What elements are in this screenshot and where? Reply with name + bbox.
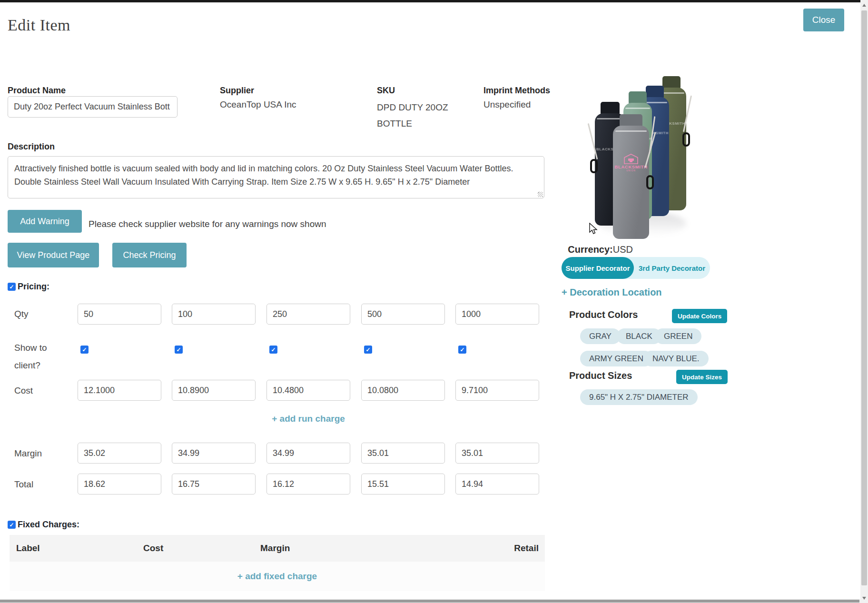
total-input[interactable] bbox=[78, 474, 161, 494]
color-chip: GRAY bbox=[580, 328, 621, 344]
margin-input[interactable] bbox=[455, 443, 539, 464]
show-to-client-checkbox[interactable]: ✓ bbox=[458, 346, 466, 354]
total-input[interactable] bbox=[172, 474, 256, 494]
scroll-up-arrow-icon[interactable] bbox=[862, 4, 866, 7]
show-to-client-checkbox[interactable]: ✓ bbox=[269, 346, 277, 354]
pricing-column: ✓ bbox=[172, 304, 256, 494]
color-chip: GREEN bbox=[655, 328, 701, 344]
size-chip: 9.65" H X 2.75" DIAMETER bbox=[580, 389, 698, 405]
qty-row-label: Qty bbox=[14, 309, 29, 319]
pricing-section-head: ✓ Pricing: bbox=[8, 282, 49, 292]
blacksmith-logo-emblem bbox=[624, 154, 638, 164]
pricing-column: ✓ bbox=[266, 304, 350, 494]
page-title: Edit Item bbox=[8, 16, 70, 34]
margin-row-label: Margin bbox=[14, 448, 42, 459]
fc-header-retail: Retail bbox=[514, 543, 539, 554]
total-input[interactable] bbox=[455, 474, 539, 494]
tab-3rd-party-decorator[interactable]: 3rd Party Decorator bbox=[634, 257, 710, 279]
check-pricing-button[interactable]: Check Pricing bbox=[112, 243, 187, 267]
currency-label: Currency: bbox=[568, 244, 612, 255]
description-field-wrap: Attractively finished bottle is vacuum s… bbox=[8, 156, 544, 198]
vertical-scrollbar[interactable] bbox=[860, 0, 868, 603]
add-run-charge-link[interactable]: + add run charge bbox=[78, 414, 539, 424]
color-chip: ARMY GREEN bbox=[580, 351, 652, 366]
supplier-label: Supplier bbox=[220, 86, 254, 96]
fixed-charges-checkbox[interactable]: ✓ bbox=[8, 521, 16, 529]
fc-header-cost: Cost bbox=[143, 543, 163, 554]
description-label: Description bbox=[8, 142, 55, 152]
show-to-client-checkbox[interactable]: ✓ bbox=[80, 346, 89, 354]
margin-input[interactable] bbox=[361, 443, 445, 464]
product-image: BLACKSMITH BLACKSMITH BLACKSMITH bbox=[594, 70, 695, 238]
cost-row-label: Cost bbox=[14, 386, 33, 396]
sku-label: SKU bbox=[377, 86, 395, 96]
qty-input[interactable] bbox=[361, 304, 445, 325]
pricing-column: ✓ bbox=[361, 304, 445, 494]
pricing-column: ✓ bbox=[78, 304, 161, 494]
cost-input[interactable] bbox=[361, 380, 445, 401]
cost-input[interactable] bbox=[78, 380, 161, 401]
margin-input[interactable] bbox=[78, 443, 161, 464]
pricing-column: ✓ bbox=[455, 304, 539, 494]
horizontal-scrollbar[interactable] bbox=[0, 599, 860, 603]
qty-input[interactable] bbox=[172, 304, 256, 325]
margin-input[interactable] bbox=[172, 443, 256, 464]
decorator-tabs: 3rd Party Decorator Supplier Decorator bbox=[562, 257, 710, 279]
description-textarea[interactable]: Attractively finished bottle is vacuum s… bbox=[8, 157, 544, 198]
bottle-gray-front: BLACKSMITH UNION bbox=[613, 114, 649, 239]
fixed-charges-header-row: Label Cost Margin Retail bbox=[10, 535, 545, 562]
update-sizes-button[interactable]: Update Sizes bbox=[676, 370, 728, 384]
pricing-section-label: Pricing: bbox=[18, 282, 49, 292]
product-name-input[interactable] bbox=[8, 96, 178, 118]
update-colors-button[interactable]: Update Colors bbox=[672, 309, 727, 323]
fc-header-margin: Margin bbox=[260, 543, 290, 554]
fixed-charges-add-row: + add fixed charge bbox=[10, 562, 545, 591]
supplier-value: OceanTop USA Inc bbox=[220, 99, 296, 110]
cost-input[interactable] bbox=[455, 380, 539, 401]
fixed-charges-section-head: ✓ Fixed Charges: bbox=[8, 520, 79, 530]
fixed-charges-section-label: Fixed Charges: bbox=[18, 520, 79, 530]
view-product-page-button[interactable]: View Product Page bbox=[8, 243, 99, 267]
cost-input[interactable] bbox=[172, 380, 256, 401]
qty-input[interactable] bbox=[455, 304, 539, 325]
qty-input[interactable] bbox=[78, 304, 161, 325]
top-border bbox=[0, 0, 860, 2]
blacksmith-logo: BLACKSMITH UNION bbox=[615, 154, 648, 172]
product-sizes-label: Product Sizes bbox=[569, 370, 632, 381]
pricing-checkbox[interactable]: ✓ bbox=[8, 283, 16, 291]
total-input[interactable] bbox=[266, 474, 350, 494]
margin-input[interactable] bbox=[266, 443, 350, 464]
imprint-methods-label: Imprint Methods bbox=[483, 86, 550, 96]
show-to-client-row-label: Show to client? bbox=[14, 339, 64, 374]
product-name-label: Product Name bbox=[8, 86, 66, 96]
fc-header-label: Label bbox=[16, 543, 40, 554]
currency: Currency:USD bbox=[538, 244, 633, 255]
add-fixed-charge-link[interactable]: + add fixed charge bbox=[237, 571, 317, 582]
cost-input[interactable] bbox=[266, 380, 350, 401]
horizontal-scrollbar-thumb[interactable] bbox=[0, 600, 859, 603]
add-decoration-location-link[interactable]: + Decoration Location bbox=[562, 287, 662, 298]
currency-value: USD bbox=[613, 244, 633, 255]
show-to-client-checkbox[interactable]: ✓ bbox=[364, 346, 372, 354]
product-colors-label: Product Colors bbox=[569, 309, 638, 320]
tab-supplier-decorator[interactable]: Supplier Decorator bbox=[562, 257, 634, 279]
edit-item-modal: Edit Item Close Product Name Supplier Oc… bbox=[0, 0, 868, 603]
imprint-methods-value: Unspecified bbox=[483, 99, 531, 110]
color-chip: NAVY BLUE. bbox=[643, 351, 709, 366]
textarea-resize-handle[interactable] bbox=[538, 192, 543, 197]
vertical-scrollbar-thumb[interactable] bbox=[861, 10, 867, 585]
warning-note: Please check supplier website for any wa… bbox=[89, 219, 326, 229]
sku-value: DPD DUTY 20OZ BOTTLE bbox=[377, 99, 462, 132]
scroll-down-arrow-icon[interactable] bbox=[862, 597, 866, 600]
total-row-label: Total bbox=[14, 479, 33, 490]
qty-input[interactable] bbox=[266, 304, 350, 325]
mouse-cursor bbox=[589, 223, 600, 235]
close-button[interactable]: Close bbox=[803, 9, 844, 31]
total-input[interactable] bbox=[361, 474, 445, 494]
show-to-client-checkbox[interactable]: ✓ bbox=[175, 346, 183, 354]
add-warning-button[interactable]: Add Warning bbox=[8, 210, 82, 233]
